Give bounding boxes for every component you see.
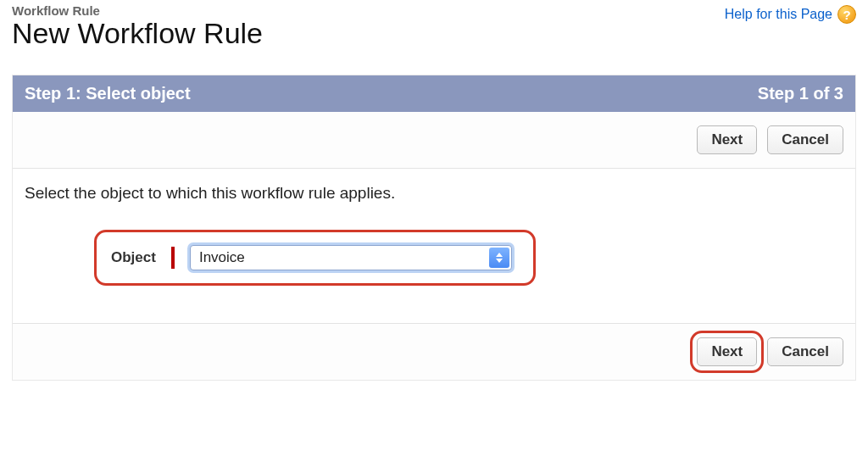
wizard-panel: Step 1: Select object Step 1 of 3 Next C… <box>12 75 856 381</box>
object-select[interactable]: Invoice <box>190 245 512 270</box>
cancel-button[interactable]: Cancel <box>767 125 843 154</box>
help-link-text: Help for this Page <box>725 7 832 22</box>
help-link[interactable]: Help for this Page ? <box>725 5 856 24</box>
help-icon: ? <box>837 5 856 24</box>
object-field-row: Object Invoice <box>99 233 531 282</box>
object-label: Object <box>111 249 156 266</box>
step-progress: Step 1 of 3 <box>758 84 843 103</box>
next-button[interactable]: Next <box>697 125 757 154</box>
instruction-text: Select the object to which this workflow… <box>25 184 843 203</box>
select-chevrons-icon <box>489 248 509 268</box>
next-button[interactable]: Next <box>697 337 757 366</box>
button-row-bottom: Next Cancel <box>13 323 855 380</box>
button-row-top: Next Cancel <box>13 112 855 169</box>
object-select-value: Invoice <box>199 249 245 266</box>
cancel-button[interactable]: Cancel <box>767 337 843 366</box>
step-header: Step 1: Select object Step 1 of 3 <box>13 75 855 112</box>
required-indicator <box>171 247 175 269</box>
step-title: Step 1: Select object <box>25 84 191 103</box>
wizard-body: Select the object to which this workflow… <box>13 169 855 323</box>
